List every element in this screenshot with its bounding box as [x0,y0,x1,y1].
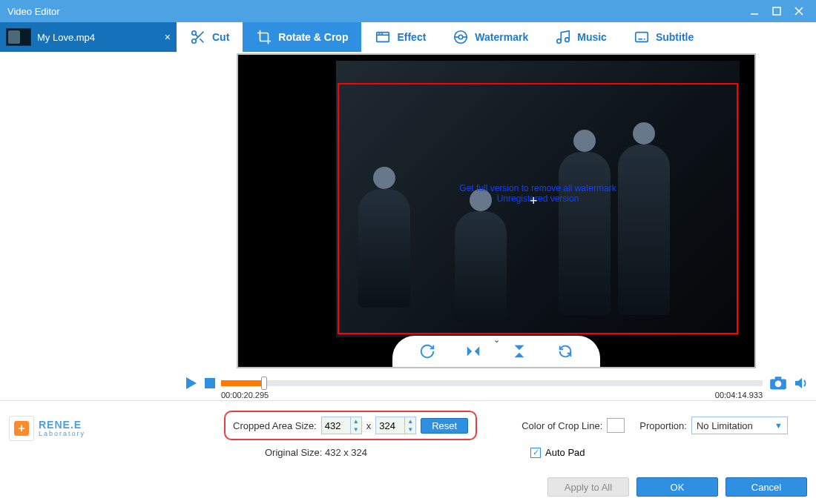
logo-badge-icon: + [9,416,34,441]
cancel-button[interactable]: Cancel [725,477,807,497]
spin-down-icon[interactable]: ▼ [351,425,361,434]
svg-point-4 [192,31,197,36]
subtitle-icon [634,29,650,45]
reset-transform-button[interactable] [554,340,576,362]
crop-icon [256,29,272,45]
tab-music[interactable]: Music [542,22,620,52]
svg-marker-22 [467,347,472,357]
crop-size-group: Cropped Area Size: ▲▼ x ▲▼ Reset [224,411,477,440]
tab-cut[interactable]: Cut [177,22,243,52]
svg-point-11 [379,33,380,34]
effect-icon [375,29,391,45]
crop-width-input[interactable]: ▲▼ [321,417,362,434]
toolbar-tabs: Cut Rotate & Crop Effect Watermark Music… [177,22,816,52]
volume-button[interactable] [794,376,809,391]
svg-point-28 [775,381,782,388]
tab-label: Subtitle [656,31,694,43]
crop-size-label: Cropped Area Size: [233,420,317,431]
file-tab-close-icon[interactable]: × [165,31,171,43]
crop-width-field[interactable] [322,420,350,431]
svg-line-8 [195,34,198,37]
tab-label: Rotate & Crop [278,31,348,43]
stop-button[interactable] [205,378,215,388]
svg-marker-24 [515,345,524,350]
topbar: My Love.mp4 × Cut Rotate & Crop Effect W… [0,22,816,52]
svg-point-12 [382,33,383,34]
current-time: 00:00:20.295 [221,391,273,399]
spin-up-icon[interactable]: ▲ [351,417,361,425]
svg-rect-19 [636,33,648,42]
crop-line-color-group: Color of Crop Line: [521,418,625,433]
reset-button[interactable]: Reset [421,418,468,434]
main-area: Get full version to remove all watermark… [0,52,816,400]
chevron-down-icon[interactable]: ⌄ [493,335,500,345]
svg-rect-1 [773,7,780,15]
tab-rotate-crop[interactable]: Rotate & Crop [243,22,361,52]
checkbox-checked-icon: ✓ [530,448,541,458]
svg-point-17 [557,39,562,44]
x-separator: x [366,420,372,431]
tab-label: Music [577,31,607,43]
music-icon [555,29,571,45]
video-preview[interactable]: Get full version to remove all watermark… [237,53,756,368]
file-tab[interactable]: My Love.mp4 × [0,22,177,52]
seek-track[interactable]: 00:00:20.295 00:04:14.933 [221,380,763,386]
spin-up-icon[interactable]: ▲ [405,417,415,425]
snapshot-button[interactable] [769,375,788,391]
crop-line-color-swatch[interactable] [607,418,625,433]
apply-to-all-button[interactable]: Apply to All [547,477,629,497]
svg-line-7 [200,39,203,42]
spin-down-icon[interactable]: ▼ [405,425,415,434]
svg-point-5 [192,39,197,44]
tab-watermark[interactable]: Watermark [439,22,542,52]
tab-label: Watermark [475,31,528,43]
divider [0,400,816,401]
window-title: Video Editor [7,6,60,17]
crop-height-field[interactable] [376,420,404,431]
ok-button[interactable]: OK [636,477,718,497]
footer-panel: + RENE.E Laboratory Cropped Area Size: ▲… [0,407,816,458]
crop-height-input[interactable]: ▲▼ [375,417,416,434]
footer-buttons: Apply to All OK Cancel [547,477,807,497]
watermark-overlay: Get full version to remove all watermark… [459,183,616,204]
maximize-button[interactable] [766,4,788,18]
window-buttons [743,4,810,18]
minimize-button[interactable] [743,4,766,18]
brand-name: RENE.E [39,420,85,430]
brand-logo: + RENE.E Laboratory [9,416,157,441]
flip-vertical-button[interactable] [508,340,530,362]
tab-label: Cut [212,31,229,43]
rotate-cw-button[interactable] [416,340,438,362]
svg-point-14 [459,35,464,39]
svg-marker-23 [475,347,479,357]
chevron-down-icon: ▼ [774,421,783,430]
watermark-icon [453,29,469,45]
auto-pad-label: Auto Pad [545,447,585,458]
svg-rect-29 [775,377,782,379]
timeline: 00:00:20.295 00:04:14.933 [177,368,816,398]
auto-pad-checkbox[interactable]: ✓ Auto Pad [530,447,585,458]
flip-horizontal-button[interactable] [462,340,484,362]
tab-label: Effect [397,31,426,43]
svg-point-18 [565,38,570,42]
original-size-label: Original Size: 432 x 324 [265,447,367,458]
duration-time: 00:04:14.933 [711,391,763,399]
crop-line-color-label: Color of Crop Line: [521,420,602,431]
transform-controls: ⌄ [392,336,600,367]
scissors-icon [190,29,206,45]
proportion-select[interactable]: No Limitation ▼ [691,417,788,434]
svg-marker-26 [186,377,197,389]
crosshair-icon: + [530,193,538,209]
tab-effect[interactable]: Effect [361,22,439,52]
brand-sub: Laboratory [39,430,85,437]
file-sidebar [0,52,177,400]
close-button[interactable] [788,4,810,18]
proportion-label: Proportion: [639,420,687,431]
proportion-value: No Limitation [697,420,753,431]
proportion-group: Proportion: No Limitation ▼ [639,417,788,434]
preview-column: Get full version to remove all watermark… [177,52,816,400]
seek-handle[interactable] [261,377,267,390]
tab-subtitle[interactable]: Subtitle [620,22,707,52]
file-thumbnail [6,28,31,46]
play-button[interactable] [184,376,199,391]
